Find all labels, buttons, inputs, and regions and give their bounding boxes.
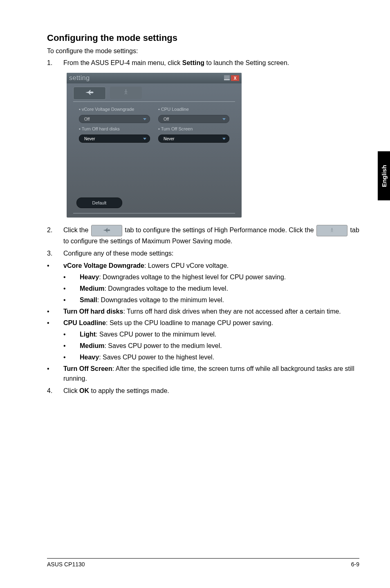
screen-dropdown[interactable]: Never	[158, 135, 229, 143]
mode-tabs	[67, 83, 242, 100]
step-num: 3.	[47, 250, 63, 257]
intro-text: To configure the mode settings:	[47, 47, 359, 55]
step-num: 2.	[47, 227, 63, 234]
page-heading: Configuring the mode settings	[47, 33, 359, 43]
bullet-hdd: • Turn Off hard disks: Turns off hard di…	[47, 307, 359, 316]
chevron-down-icon	[222, 138, 226, 140]
step-3: 3. Configure any of these mode settings:	[47, 249, 359, 258]
step-text: Click the tab to configure the settings …	[63, 225, 359, 246]
high-performance-tab[interactable]	[73, 87, 106, 100]
power-saving-tab[interactable]	[110, 87, 142, 99]
bullet-loadline: • CPU Loadline: Sets up the CPU loadline…	[47, 318, 359, 328]
page-footer: ASUS CP1130 6-9	[47, 558, 359, 568]
plane-icon	[85, 90, 94, 97]
cpuloadline-dropdown[interactable]: Off	[158, 115, 229, 123]
bullet-vcore: • vCore Voltage Downgrade: Lowers CPU vC…	[47, 261, 359, 271]
bullet-small: • Small: Downgrades voltage to the minim…	[47, 295, 359, 305]
step-text: Click OK to apply the settings made.	[63, 386, 359, 396]
step-text: From the ASUS EPU-4 main menu, click Set…	[63, 58, 359, 68]
bullet-screen: • Turn Off Screen: After the specified i…	[47, 364, 359, 384]
setting-window: setting — X	[67, 73, 242, 218]
default-row: Default	[67, 197, 242, 213]
hdd-label: • Turn Off hard disks	[79, 126, 150, 131]
vcore-dropdown[interactable]: Off	[79, 115, 150, 123]
bullet-medium2: • Medium: Saves CPU power to the medium …	[47, 341, 359, 351]
titlebar: setting — X	[67, 73, 242, 83]
svg-point-0	[126, 90, 127, 91]
svg-point-1	[332, 228, 332, 229]
settings-content: • vCore Voltage Downgrade • CPU Loadline…	[73, 101, 235, 197]
person-icon	[327, 226, 336, 236]
chevron-down-icon	[143, 118, 146, 120]
vcore-label: • vCore Voltage Downgrade	[79, 107, 150, 112]
step-4: 4. Click OK to apply the settings made.	[47, 386, 359, 396]
person-icon	[121, 89, 131, 97]
chevron-down-icon	[143, 138, 146, 140]
window-controls: — X	[224, 75, 239, 81]
minimize-button[interactable]: —	[224, 75, 230, 81]
footer-right: 6-9	[351, 561, 359, 568]
bottom-bar: /SUS OK Cancel	[73, 213, 235, 218]
bullet-medium: • Medium: Downgrades voltage to the medi…	[47, 284, 359, 294]
chevron-down-icon	[222, 118, 226, 120]
step-num: 4.	[47, 387, 63, 395]
screen-label: • Turn Off Screen	[158, 126, 229, 131]
cpuloadline-label: • CPU Loadline	[158, 107, 229, 112]
page-content: Configuring the mode settings To configu…	[0, 0, 390, 588]
step-num: 1.	[47, 59, 63, 67]
plane-icon	[102, 226, 111, 236]
close-button[interactable]: X	[231, 75, 239, 81]
bullet-heavy: • Heavy: Downgrades voltage to the highe…	[47, 272, 359, 282]
step-text: Configure any of these mode settings:	[63, 249, 359, 258]
bullet-heavy2: • Heavy: Saves CPU power to the highest …	[47, 352, 359, 362]
step-1: 1. From the ASUS EPU-4 main menu, click …	[47, 58, 359, 68]
default-button[interactable]: Default	[76, 197, 122, 208]
setting-screenshot: setting — X	[67, 73, 359, 218]
power-saving-tab-icon	[316, 225, 347, 236]
high-performance-tab-icon	[91, 225, 122, 236]
hdd-dropdown[interactable]: Never	[79, 135, 150, 143]
step-2: 2. Click the tab to configure the settin…	[47, 225, 359, 246]
footer-left: ASUS CP1130	[47, 561, 85, 568]
window-title: setting	[69, 74, 90, 82]
bullet-light: • Light: Saves CPU power to the minimum …	[47, 330, 359, 339]
